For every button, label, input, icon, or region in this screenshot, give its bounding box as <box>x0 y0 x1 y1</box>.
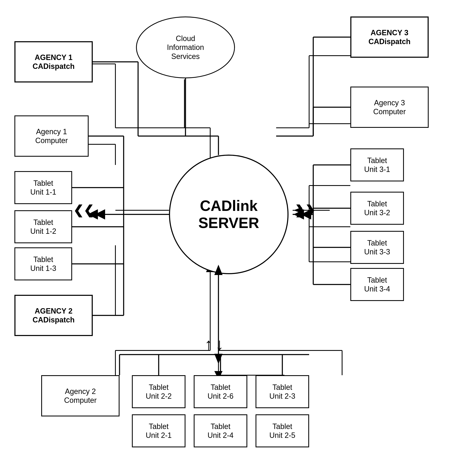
left-double-arrow: ❮❮ <box>73 204 94 216</box>
tablet-2-5-label: Tablet Unit 2-5 <box>269 422 295 440</box>
up-arrow: ↑ <box>204 336 213 353</box>
tablet-3-1-label: Tablet Unit 3-1 <box>364 156 390 174</box>
tablet-3-2-label: Tablet Unit 3-2 <box>364 199 390 217</box>
tablet-3-2-box: Tablet Unit 3-2 <box>350 192 404 225</box>
tablet-1-1-box: Tablet Unit 1-1 <box>14 171 72 204</box>
tablet-3-3-box: Tablet Unit 3-3 <box>350 231 404 264</box>
tablet-1-3-label: Tablet Unit 1-3 <box>30 255 56 273</box>
server-label: CADlink SERVER <box>198 197 259 231</box>
tablet-2-1-box: Tablet Unit 2-1 <box>132 414 185 447</box>
cloud-node: Cloud Information Services <box>136 17 235 78</box>
tablet-1-2-label: Tablet Unit 1-2 <box>30 218 56 236</box>
tablet-2-1-label: Tablet Unit 2-1 <box>146 422 172 440</box>
server-label-line1: CADlink <box>200 197 258 214</box>
agency1-dispatch-box: AGENCY 1 CADispatch <box>14 41 93 83</box>
diagram-container: CADlink SERVER Cloud Information Service… <box>0 0 461 476</box>
tablet-3-4-box: Tablet Unit 3-4 <box>350 268 404 301</box>
agency3-dispatch-label: AGENCY 3 CADispatch <box>369 28 411 46</box>
agency1-computer-box: Agency 1 Computer <box>14 115 89 157</box>
tablet-1-2-box: Tablet Unit 1-2 <box>14 210 72 243</box>
server-label-line2: SERVER <box>198 215 259 231</box>
tablet-2-2-label: Tablet Unit 2-2 <box>146 383 172 400</box>
cloud-label: Cloud Information Services <box>167 34 204 61</box>
tablet-3-3-label: Tablet Unit 3-3 <box>364 238 390 256</box>
agency3-computer-label: Agency 3 Computer <box>373 98 406 116</box>
right-double-arrow: ❮❮ <box>295 204 315 216</box>
svg-marker-58 <box>214 354 223 364</box>
tablet-2-4-box: Tablet Unit 2-4 <box>194 414 247 447</box>
tablet-1-1-label: Tablet Unit 1-1 <box>30 179 56 196</box>
agency2-computer-label: Agency 2 Computer <box>64 387 97 405</box>
agency2-computer-box: Agency 2 Computer <box>41 375 119 416</box>
agency3-dispatch-box: AGENCY 3 CADispatch <box>350 17 429 58</box>
tablet-1-3-box: Tablet Unit 1-3 <box>14 247 72 280</box>
tablet-3-4-label: Tablet Unit 3-4 <box>364 276 390 293</box>
svg-marker-49 <box>95 209 105 220</box>
agency1-computer-label: Agency 1 Computer <box>35 127 68 145</box>
tablet-2-6-label: Tablet Unit 2-6 <box>208 383 234 400</box>
tablet-2-5-box: Tablet Unit 2-5 <box>256 414 309 447</box>
server-circle: CADlink SERVER <box>169 155 288 274</box>
agency2-dispatch-label: AGENCY 2 CADispatch <box>33 306 75 324</box>
tablet-3-1-box: Tablet Unit 3-1 <box>350 148 404 181</box>
tablet-2-3-box: Tablet Unit 2-3 <box>256 375 309 408</box>
tablet-2-3-label: Tablet Unit 2-3 <box>269 383 295 400</box>
agency2-dispatch-box: AGENCY 2 CADispatch <box>14 295 93 336</box>
tablet-2-2-box: Tablet Unit 2-2 <box>132 375 185 408</box>
down-arrow: ↓ <box>215 336 224 353</box>
agency3-computer-box: Agency 3 Computer <box>350 87 429 128</box>
tablet-2-6-box: Tablet Unit 2-6 <box>194 375 247 408</box>
tablet-2-4-label: Tablet Unit 2-4 <box>208 422 234 440</box>
agency1-dispatch-label: AGENCY 1 CADispatch <box>33 53 75 71</box>
